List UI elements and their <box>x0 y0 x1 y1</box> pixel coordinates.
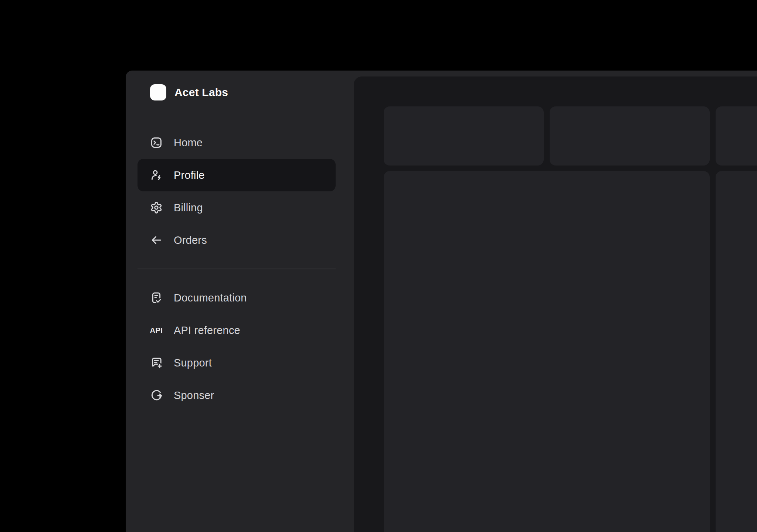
sidebar-item-support[interactable]: Support <box>138 347 336 379</box>
sidebar-item-label: Documentation <box>174 292 247 304</box>
brand-title: Acet Labs <box>174 86 228 99</box>
secondary-nav: Documentation API API reference <box>138 282 336 412</box>
main-content-panel <box>354 76 757 532</box>
placeholder-card-main <box>384 171 710 532</box>
sidebar-item-billing[interactable]: Billing <box>138 191 336 224</box>
terminal-square-icon <box>150 136 163 149</box>
sidebar-item-api-reference[interactable]: API API reference <box>138 314 336 347</box>
file-check-icon <box>150 291 163 304</box>
rotate-arrow-icon <box>150 389 163 402</box>
sidebar-item-label: Support <box>174 357 212 369</box>
sidebar-item-documentation[interactable]: Documentation <box>138 282 336 314</box>
sidebar-item-label: Profile <box>174 169 205 181</box>
api-badge-icon: API <box>150 324 163 337</box>
bottom-card-row <box>384 171 757 532</box>
placeholder-card-3 <box>716 106 757 166</box>
primary-nav: Home Profile <box>138 126 336 256</box>
sidebar-item-home[interactable]: Home <box>138 126 336 159</box>
placeholder-card-grid <box>384 106 757 532</box>
top-card-row <box>384 106 757 166</box>
message-plus-icon <box>150 357 163 369</box>
sidebar-item-label: Sponser <box>174 389 214 402</box>
sidebar-item-label: Home <box>174 137 203 149</box>
app-window: Acet Labs Home <box>126 71 757 532</box>
placeholder-card-1 <box>384 106 544 166</box>
arrow-left-icon <box>150 234 163 246</box>
placeholder-card-side <box>716 171 757 532</box>
sidebar-item-sponser[interactable]: Sponser <box>138 379 336 412</box>
sidebar-item-label: API reference <box>174 324 240 337</box>
placeholder-card-2 <box>550 106 710 166</box>
sidebar-item-label: Orders <box>174 234 207 246</box>
user-zap-icon <box>150 169 163 181</box>
sidebar-item-label: Billing <box>174 202 203 214</box>
gear-icon <box>150 201 163 214</box>
sidebar-divider <box>138 269 336 269</box>
sidebar-item-orders[interactable]: Orders <box>138 224 336 256</box>
brand: Acet Labs <box>150 84 228 100</box>
sidebar-item-profile[interactable]: Profile <box>138 159 336 191</box>
brand-logo-icon <box>150 84 166 100</box>
